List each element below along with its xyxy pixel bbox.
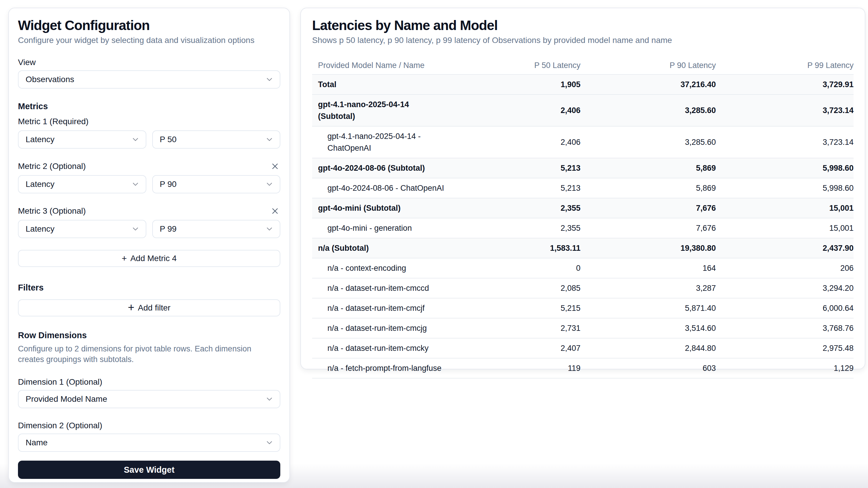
chart-subtitle: Shows p 50 latency, p 90 latency, p 99 l…	[312, 36, 854, 45]
metric-label: Metric 1 (Required)	[18, 117, 89, 126]
metrics-list: Metric 1 (Required) Latency P 50 Metric …	[18, 116, 280, 238]
metric-measure-select[interactable]: Latency	[18, 220, 146, 238]
row-p90: 164	[583, 258, 718, 278]
metric-label: Metric 3 (Optional)	[18, 207, 86, 216]
table-row: gpt-4o-mini - generation 2,355 7,676 15,…	[312, 218, 854, 238]
row-p99: 2,975.48	[718, 338, 854, 358]
row-name: gpt-4.1-nano-2025-04-14 (Subtotal)	[312, 95, 447, 126]
plus-icon: +	[122, 254, 127, 263]
row-name: gpt-4o-2024-08-06 - ChatOpenAI	[312, 178, 447, 198]
panel-subtitle: Configure your widget by selecting data …	[18, 36, 280, 45]
metric-block: Metric 1 (Required) Latency P 50	[18, 116, 280, 149]
row-p99: 3,723.14	[718, 95, 854, 126]
table-row: gpt-4o-2024-08-06 (Subtotal) 5,213 5,869…	[312, 158, 854, 178]
table-row: n/a (Subtotal) 1,583.11 19,380.80 2,437.…	[312, 238, 854, 258]
table-row: Total 1,905 37,216.40 3,729.91	[312, 74, 854, 95]
add-filter-label: Add filter	[138, 303, 170, 313]
dimension-2-select[interactable]: Name	[18, 433, 280, 452]
remove-metric-button[interactable]	[270, 161, 280, 172]
row-name: gpt-4o-mini (Subtotal)	[312, 198, 447, 218]
aggregation-select-value: P 90	[160, 180, 177, 189]
view-select[interactable]: Observations	[18, 70, 280, 89]
metric-select-value: Latency	[26, 135, 55, 144]
table-row: gpt-4.1-nano-2025-04-14 - ChatOpenAI 2,4…	[312, 126, 854, 158]
chevron-down-icon	[265, 135, 274, 144]
chevron-down-icon	[265, 75, 274, 84]
chevron-down-icon	[131, 180, 140, 189]
row-p50: 2,407	[447, 338, 583, 358]
row-dimensions-heading: Row Dimensions	[18, 330, 280, 340]
view-label: View	[18, 58, 280, 67]
row-p90: 19,380.80	[583, 238, 718, 258]
row-p50: 2,731	[447, 318, 583, 338]
remove-metric-button[interactable]	[270, 206, 280, 216]
pivot-table: Provided Model Name / Name P 50 Latency …	[312, 57, 854, 379]
chevron-down-icon	[265, 225, 274, 233]
row-p50: 5,215	[447, 298, 583, 318]
row-p90: 5,869	[583, 178, 718, 198]
row-p99: 3,723.14	[718, 126, 854, 158]
row-p99: 3,729.91	[718, 74, 854, 95]
metric-label: Metric 2 (Optional)	[18, 162, 86, 171]
row-p99: 15,001	[718, 218, 854, 238]
panel-title: Widget Configuration	[18, 18, 280, 33]
save-widget-button[interactable]: Save Widget	[18, 461, 280, 479]
row-p99: 3,768.76	[718, 318, 854, 338]
row-p50: 2,406	[447, 126, 583, 158]
table-header-row: Provided Model Name / Name P 50 Latency …	[312, 57, 854, 74]
row-p90: 7,676	[583, 198, 718, 218]
table-row: gpt-4o-2024-08-06 - ChatOpenAI 5,213 5,8…	[312, 178, 854, 198]
chevron-down-icon	[265, 395, 274, 403]
metric-aggregation-select[interactable]: P 99	[152, 220, 281, 238]
row-dimensions-description: Configure up to 2 dimensions for pivot t…	[18, 344, 265, 365]
chart-title: Latencies by Name and Model	[312, 18, 854, 33]
metric-aggregation-select[interactable]: P 50	[152, 130, 281, 149]
plus-icon: +	[128, 302, 134, 313]
table-row: gpt-4o-mini (Subtotal) 2,355 7,676 15,00…	[312, 198, 854, 218]
metric-select-value: Latency	[26, 224, 55, 234]
row-p90: 603	[583, 358, 718, 378]
aggregation-select-value: P 99	[160, 224, 177, 234]
add-metric-button[interactable]: + Add Metric 4	[18, 250, 280, 267]
dimension-1-select-value: Provided Model Name	[26, 394, 107, 404]
row-p50: 119	[447, 358, 583, 378]
view-select-value: Observations	[26, 75, 74, 84]
row-p50: 2,355	[447, 198, 583, 218]
dimension-1-select[interactable]: Provided Model Name	[18, 390, 280, 408]
row-p50: 2,355	[447, 218, 583, 238]
metric-measure-select[interactable]: Latency	[18, 175, 146, 193]
table-row: n/a - dataset-run-item-cmccd 2,085 3,287…	[312, 278, 854, 298]
column-header-p99: P 99 Latency	[718, 57, 854, 74]
row-name: Total	[312, 74, 447, 95]
aggregation-select-value: P 50	[160, 135, 177, 144]
add-metric-label: Add Metric 4	[130, 254, 177, 263]
table-row: n/a - fetch-prompt-from-langfuse 119 603…	[312, 358, 854, 378]
metric-aggregation-select[interactable]: P 90	[152, 175, 281, 193]
row-name: n/a - fetch-prompt-from-langfuse	[312, 358, 447, 378]
dimension-2-select-value: Name	[26, 438, 48, 447]
chevron-down-icon	[265, 180, 274, 189]
row-name: n/a - dataset-run-item-cmcky	[312, 338, 447, 358]
row-p90: 5,869	[583, 158, 718, 178]
close-icon	[270, 162, 280, 171]
row-name: n/a - context-encoding	[312, 258, 447, 278]
row-p99: 2,437.90	[718, 238, 854, 258]
row-p50: 2,406	[447, 95, 583, 126]
metrics-heading: Metrics	[18, 102, 280, 111]
row-name: gpt-4.1-nano-2025-04-14 - ChatOpenAI	[312, 126, 447, 158]
row-p50: 2,085	[447, 278, 583, 298]
row-p99: 1,129	[718, 358, 854, 378]
metric-select-value: Latency	[26, 180, 55, 189]
row-p90: 37,216.40	[583, 74, 718, 95]
widget-preview-panel: Latencies by Name and Model Shows p 50 l…	[300, 8, 865, 369]
table-row: n/a - context-encoding 0 164 206	[312, 258, 854, 278]
metric-measure-select[interactable]: Latency	[18, 130, 146, 149]
row-p99: 5,998.60	[718, 178, 854, 198]
row-name: n/a - dataset-run-item-cmcjf	[312, 298, 447, 318]
row-p50: 1,583.11	[447, 238, 583, 258]
row-p90: 2,844.80	[583, 338, 718, 358]
table-row: gpt-4.1-nano-2025-04-14 (Subtotal) 2,406…	[312, 95, 854, 126]
chevron-down-icon	[265, 438, 274, 447]
table-row: n/a - dataset-run-item-cmcky 2,407 2,844…	[312, 338, 854, 358]
add-filter-button[interactable]: + Add filter	[18, 299, 280, 316]
